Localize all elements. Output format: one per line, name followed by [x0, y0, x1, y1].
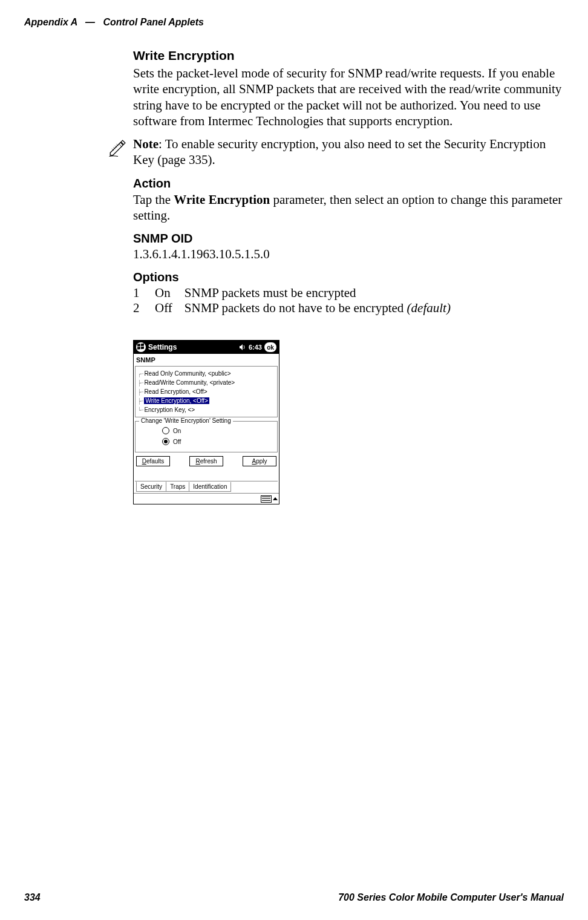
header-dash: —: [85, 17, 95, 27]
tree-connector-icon: ├┈: [137, 380, 143, 386]
tree-connector-icon: └┈: [137, 407, 143, 413]
tab-security[interactable]: Security: [136, 481, 166, 492]
note-text: Note: To enable security encryption, you…: [133, 136, 564, 168]
snmp-oid-heading: SNMP OID: [133, 232, 564, 246]
arrow-up-icon[interactable]: [273, 497, 278, 500]
tree-item-write-encryption[interactable]: ├┈ Write Encryption, <Off>: [137, 396, 275, 405]
note-label: Note: [133, 137, 158, 151]
options-row: 1 On SNMP packets must be encrypted: [133, 285, 463, 301]
tree-item-read-only-community[interactable]: ┌┈ Read Only Community, <public>: [137, 369, 275, 378]
pda-tabbar: Security Traps Identification: [135, 481, 278, 492]
tree-list: ┌┈ Read Only Community, <public> ├┈ Read…: [135, 366, 278, 417]
radio-on-label: On: [173, 428, 181, 434]
refresh-button[interactable]: Refresh: [189, 456, 223, 466]
svg-rect-2: [141, 344, 144, 347]
option-name: On: [155, 285, 185, 301]
note-pencil-icon: [108, 137, 128, 158]
radio-icon: [162, 438, 169, 445]
action-prefix: Tap the: [133, 192, 174, 207]
tree-item-read-encryption[interactable]: ├┈ Read Encryption, <Off>: [137, 387, 275, 396]
options-heading: Options: [133, 270, 564, 284]
options-row: 2 Off SNMP packets do not have to be enc…: [133, 301, 463, 316]
tree-connector-icon: ├┈: [137, 389, 143, 395]
pda-titlebar: Settings 6:43 ok: [134, 341, 279, 354]
ok-button[interactable]: ok: [264, 342, 276, 352]
tree-item-encryption-key[interactable]: └┈ Encryption Key, <>: [137, 405, 275, 414]
options-table: 1 On SNMP packets must be encrypted 2 Of…: [133, 285, 463, 316]
button-row: Defaults Refresh Apply: [135, 456, 278, 466]
pda-screenshot: Settings 6:43 ok SNMP ┌┈ Read Only Commu…: [133, 340, 564, 504]
section-title: Write Encryption: [133, 48, 564, 63]
option-num: 1: [133, 285, 155, 301]
action-bold: Write Encryption: [174, 192, 270, 207]
page-footer: 334 700 Series Color Mobile Computer Use…: [24, 892, 564, 903]
tree-item-read-write-community[interactable]: ├┈ Read/Write Community, <private>: [137, 378, 275, 387]
note-body: : To enable security encryption, you als…: [133, 137, 546, 167]
radio-icon: [162, 427, 169, 434]
radio-off[interactable]: Off: [162, 436, 272, 447]
option-desc: SNMP packets do not have to be encrypted…: [185, 301, 463, 316]
pda-clock: 6:43: [249, 344, 262, 351]
radio-on[interactable]: On: [162, 425, 272, 436]
header-appendix: Appendix A: [24, 17, 77, 27]
pda-bottombar: [134, 493, 279, 504]
keyboard-icon[interactable]: [261, 495, 272, 503]
svg-rect-1: [137, 344, 140, 347]
tree-connector-icon: ┌┈: [137, 371, 143, 377]
action-heading: Action: [133, 177, 564, 191]
radio-off-label: Off: [173, 439, 181, 445]
snmp-oid-value: 1.3.6.1.4.1.1963.10.5.1.5.0: [133, 247, 564, 262]
windows-start-icon[interactable]: [136, 342, 146, 352]
groupbox-legend: Change 'Write Encryption' Setting: [139, 417, 233, 424]
option-name: Off: [155, 301, 185, 316]
pda-app-name: SNMP: [135, 355, 278, 366]
tab-identification[interactable]: Identification: [189, 482, 231, 492]
change-setting-groupbox: Change 'Write Encryption' Setting On Off: [135, 421, 278, 452]
apply-button[interactable]: Apply: [243, 456, 276, 466]
note-block: Note: To enable security encryption, you…: [108, 136, 564, 168]
svg-rect-4: [141, 347, 144, 350]
tab-traps[interactable]: Traps: [166, 482, 189, 492]
pda-body: SNMP ┌┈ Read Only Community, <public> ├┈…: [134, 354, 279, 493]
page-number: 334: [24, 892, 41, 903]
section-description: Sets the packet-level mode of security f…: [133, 65, 564, 129]
tree-connector-icon: ├┈: [137, 398, 143, 404]
pda-window: Settings 6:43 ok SNMP ┌┈ Read Only Commu…: [133, 340, 279, 504]
defaults-button[interactable]: Defaults: [136, 456, 170, 466]
action-text: Tap the Write Encryption parameter, then…: [133, 192, 564, 224]
page-header: Appendix A — Control Panel Applets: [24, 17, 204, 28]
option-num: 2: [133, 301, 155, 316]
svg-rect-3: [137, 347, 140, 350]
speaker-icon[interactable]: [239, 344, 246, 351]
manual-title: 700 Series Color Mobile Computer User's …: [338, 892, 564, 903]
option-desc: SNMP packets must be encrypted: [185, 285, 463, 301]
header-chapter: Control Panel Applets: [103, 17, 204, 27]
pda-title: Settings: [148, 343, 237, 351]
